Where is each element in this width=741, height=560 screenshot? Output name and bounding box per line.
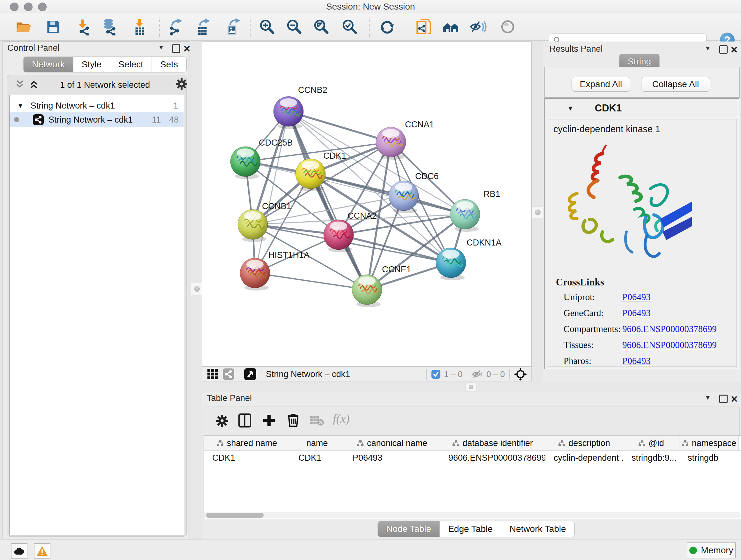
- collapse-all-chevron-icon[interactable]: [14, 78, 25, 90]
- right-splitter-handle[interactable]: [532, 206, 544, 219]
- panel-float-icon[interactable]: [719, 45, 728, 54]
- crosslink-value-link[interactable]: P06493: [622, 308, 651, 318]
- network-node-CDC25B[interactable]: CDC25B: [230, 138, 293, 179]
- detach-view-icon[interactable]: [244, 368, 257, 381]
- edge-count: 48: [169, 115, 179, 125]
- refresh-icon[interactable]: [378, 17, 396, 37]
- left-splitter-handle[interactable]: [191, 283, 203, 295]
- import-table-icon[interactable]: [130, 17, 149, 37]
- hidden-eye-icon[interactable]: [472, 369, 483, 379]
- import-network-database-icon[interactable]: [100, 17, 118, 37]
- warnings-button[interactable]: [34, 543, 51, 559]
- birdseye-grid-icon[interactable]: [207, 368, 219, 380]
- network-node-RB1[interactable]: RB1: [450, 189, 500, 232]
- table-cell[interactable]: cyclin-dependent ...: [545, 451, 623, 465]
- crosslink-value-link[interactable]: 9606.ENSP00000378699: [622, 324, 717, 334]
- eye-slash-icon[interactable]: [469, 17, 487, 37]
- network-row-selected[interactable]: String Network – cdk1 11 48: [10, 112, 184, 127]
- node-gloss: [280, 98, 297, 107]
- show-columns-icon[interactable]: [239, 414, 251, 428]
- tab-sets[interactable]: Sets: [152, 57, 187, 72]
- cloud-button[interactable]: [11, 543, 27, 559]
- collection-expand-icon[interactable]: ▼: [17, 102, 23, 110]
- tab-edge-table[interactable]: Edge Table: [440, 521, 501, 537]
- crosslink-value-link[interactable]: P06493: [622, 292, 651, 302]
- expand-all-button[interactable]: Expand All: [571, 77, 630, 91]
- node-label: HIST1H1A: [268, 250, 310, 260]
- table-cell[interactable]: P06493: [344, 451, 440, 465]
- panel-menu-icon[interactable]: ▼: [704, 394, 711, 401]
- gear-icon[interactable]: [175, 78, 188, 90]
- export-network-icon[interactable]: [167, 17, 185, 37]
- protein-card-header[interactable]: ▼ CDK1: [545, 99, 739, 118]
- zoom-out-icon[interactable]: [285, 17, 304, 37]
- clone-network-icon[interactable]: [414, 17, 433, 37]
- network-node-CDC6[interactable]: CDC6: [389, 172, 439, 213]
- houses-icon[interactable]: [442, 17, 460, 37]
- zoom-fit-icon[interactable]: [312, 17, 331, 37]
- crosslink-value-link[interactable]: P06493: [622, 356, 651, 366]
- network-edge-HIST1H1A-CCNE1[interactable]: [255, 273, 367, 290]
- node-gloss: [442, 250, 460, 259]
- delete-column-trash-icon[interactable]: [286, 413, 300, 428]
- share-view-icon[interactable]: [222, 368, 234, 380]
- scrollbar-thumb[interactable]: [206, 513, 264, 518]
- panel-close-icon[interactable]: ×: [184, 46, 190, 52]
- column-header-name[interactable]: name: [290, 436, 344, 450]
- network-node-CDKN1A[interactable]: CDKN1A: [436, 238, 502, 280]
- column-header--id[interactable]: @id: [623, 436, 679, 450]
- table-cell[interactable]: CDK1: [204, 451, 290, 465]
- zoom-in-icon[interactable]: [258, 17, 276, 37]
- save-session-icon[interactable]: [44, 17, 63, 37]
- bottom-splitter-handle[interactable]: [465, 382, 477, 391]
- add-column-icon[interactable]: [262, 414, 276, 428]
- panel-menu-icon[interactable]: ▼: [158, 44, 164, 51]
- column-header-canonical-name[interactable]: canonical name: [344, 436, 440, 450]
- crosslink-value-link[interactable]: 9606.ENSP00000378699: [622, 340, 717, 350]
- export-table-icon[interactable]: [194, 17, 212, 37]
- panel-float-icon[interactable]: [719, 395, 728, 403]
- tab-node-table[interactable]: Node Table: [378, 521, 440, 537]
- crosshair-icon[interactable]: [514, 368, 527, 381]
- table-row[interactable]: CDK1CDK1P064939606.ENSP00000378699cyclin…: [204, 451, 741, 465]
- table-cell[interactable]: stringdb: [679, 451, 739, 465]
- collapse-section-icon[interactable]: ▼: [567, 105, 574, 112]
- collection-count: 1: [173, 101, 178, 111]
- column-header-namespace[interactable]: namespace: [679, 436, 739, 450]
- network-edge-CDK1-RB1[interactable]: [311, 174, 465, 214]
- table-cell[interactable]: 9606.ENSP00000378699: [440, 451, 545, 465]
- network-view-canvas[interactable]: CCNB2CCNA1CDC25BCDK1CDC6RB1CCNB1CCNA2CDK…: [202, 42, 532, 367]
- network-node-HIST1H1A[interactable]: HIST1H1A: [240, 250, 310, 291]
- open-session-icon[interactable]: [14, 17, 33, 37]
- table-cell[interactable]: CDK1: [290, 451, 344, 465]
- panel-menu-icon[interactable]: ▼: [704, 45, 711, 52]
- network-node-CCNA1[interactable]: CCNA1: [376, 120, 434, 160]
- memory-button[interactable]: Memory: [687, 543, 736, 558]
- selected-checkbox-icon[interactable]: [431, 369, 441, 379]
- network-edge-CCNB2-CCNA1[interactable]: [288, 111, 391, 142]
- function-builder-icon: f(x): [333, 412, 350, 426]
- table-cell[interactable]: stringdb:9...: [623, 451, 679, 465]
- column-header-description[interactable]: description: [545, 436, 623, 450]
- node-label: CCNB1: [262, 201, 291, 211]
- zoom-selected-icon[interactable]: [340, 17, 359, 37]
- tab-network-table[interactable]: Network Table: [501, 521, 575, 537]
- table-gear-icon[interactable]: [215, 414, 229, 428]
- export-image-icon[interactable]: [224, 17, 242, 37]
- network-node-CCNE1[interactable]: CCNE1: [352, 265, 411, 307]
- table-horizontal-scrollbar[interactable]: [204, 512, 740, 518]
- network-collection-row[interactable]: ▼ String Network – cdk1 1: [10, 99, 184, 112]
- column-header-shared-name[interactable]: shared name: [204, 436, 290, 450]
- collapse-all-button[interactable]: Collapse All: [641, 77, 710, 91]
- panel-close-icon[interactable]: ×: [731, 396, 738, 402]
- crosslink-row: Pharos:P06493: [563, 356, 730, 366]
- import-network-file-icon[interactable]: [73, 17, 92, 37]
- panel-close-icon[interactable]: ×: [731, 47, 738, 53]
- panel-float-icon[interactable]: [172, 44, 180, 53]
- tab-style[interactable]: Style: [73, 57, 110, 72]
- column-header-database-identifier[interactable]: database identifier: [440, 436, 545, 450]
- tab-select[interactable]: Select: [110, 57, 152, 72]
- expand-all-chevron-icon[interactable]: [28, 78, 39, 90]
- node-label: CDKN1A: [467, 238, 502, 247]
- tab-network[interactable]: Network: [23, 57, 73, 72]
